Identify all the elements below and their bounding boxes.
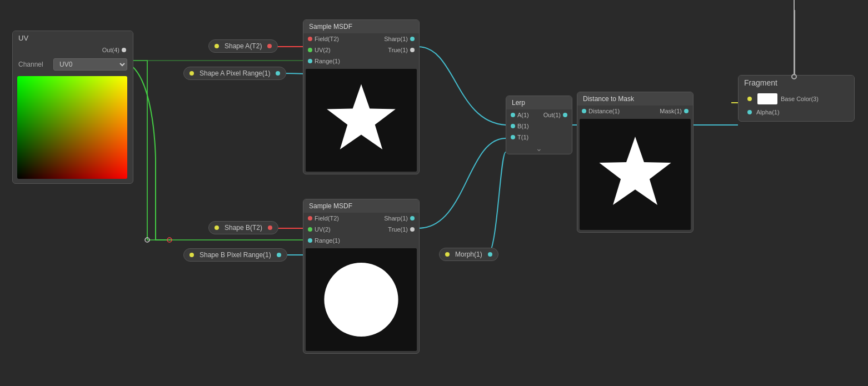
sample-msdf-bottom-header: Sample MSDF	[303, 199, 419, 213]
sample-msdf-top-preview	[306, 69, 417, 172]
sample-msdf-top-title: Sample MSDF	[309, 23, 352, 31]
sample-msdf-bottom-node: Sample MSDF Field(T2) UV(2) Range(1) Sha…	[303, 199, 420, 354]
svg-point-4	[167, 238, 172, 242]
svg-point-3	[145, 238, 149, 242]
morph-label: Morph(1)	[455, 250, 482, 258]
fragment-title: Fragment	[744, 78, 777, 87]
collapse-arrow-icon: ⌄	[536, 144, 542, 153]
fragment-content: Base Color(3) Alpha(1)	[739, 90, 854, 121]
shape-a-node: Shape A(T2)	[208, 39, 278, 53]
sample-msdf-bottom-ports: Field(T2) UV(2) Range(1) Sharp(1) True(1…	[303, 213, 419, 246]
lerp-a-port[interactable]	[511, 113, 515, 117]
shape-b-right-port[interactable]	[268, 225, 272, 230]
range1-port[interactable]	[308, 59, 312, 63]
sharp1-out-port[interactable]	[410, 37, 415, 41]
uv-out-port[interactable]	[122, 48, 126, 52]
channel-select[interactable]: UV0	[53, 58, 127, 71]
true1-out-port[interactable]	[410, 48, 415, 52]
shape-b-pixel-node: Shape B Pixel Range(1)	[183, 248, 287, 262]
sample-msdf-top-ports: Field(T2) UV(2) Range(1) Sharp(1) True(1…	[303, 33, 419, 67]
uv2-port-b[interactable]	[308, 227, 312, 232]
channel-row: Channel UV0	[13, 55, 133, 74]
shape-b-left-port[interactable]	[214, 225, 219, 230]
lerp-b-port[interactable]	[511, 124, 515, 128]
shape-b-pixel-right-port[interactable]	[277, 253, 281, 257]
sample-msdf-bottom-preview	[306, 248, 417, 351]
dtm-mask-port[interactable]	[684, 109, 689, 113]
shape-a-left-port[interactable]	[214, 44, 219, 48]
lerp-node: Lerp A(1) B(1) T(1) Out(1) ⌄	[506, 96, 572, 154]
dtm-distance-port[interactable]	[582, 109, 586, 113]
shape-a-pixel-node: Shape A Pixel Range(1)	[183, 67, 286, 80]
dtm-title: Distance to Mask	[583, 95, 634, 103]
lerp-collapse-btn[interactable]: ⌄	[506, 143, 572, 154]
shape-b-label: Shape B(T2)	[225, 224, 262, 232]
shape-a-pixel-label: Shape A Pixel Range(1)	[199, 69, 270, 77]
base-color-swatch[interactable]	[757, 93, 777, 104]
sample-msdf-top-node: Sample MSDF Field(T2) UV(2) Range(1) Sha…	[303, 19, 420, 174]
dtm-ports: Distance(1) Mask(1)	[577, 106, 693, 117]
lerp-title: Lerp	[512, 99, 525, 107]
uv-out-label: Out(4)	[102, 47, 119, 53]
dtm-header: Distance to Mask	[577, 92, 693, 106]
fragment-alpha-port[interactable]	[747, 110, 752, 114]
channel-label: Channel	[18, 61, 49, 68]
morph-node: Morph(1)	[439, 248, 498, 261]
lerp-t-port[interactable]	[511, 135, 515, 139]
shape-b-pixel-left-port[interactable]	[189, 253, 194, 257]
shape-a-label: Shape A(T2)	[225, 42, 262, 50]
lerp-out-port[interactable]	[563, 113, 567, 117]
shape-b-node: Shape B(T2)	[208, 221, 278, 234]
uv-gradient-preview	[17, 76, 127, 179]
sharp1-out-port-b[interactable]	[410, 216, 415, 220]
shape-a-right-port[interactable]	[267, 44, 272, 48]
shape-a-pixel-left-port[interactable]	[189, 71, 194, 76]
fragment-node: Fragment Base Color(3) Alpha(1)	[738, 75, 855, 122]
lerp-ports: A(1) B(1) T(1) Out(1)	[506, 109, 572, 143]
uv-node: UV Out(4) Channel UV0	[12, 31, 133, 184]
uv-node-header: UV	[13, 31, 133, 45]
range1-port-b[interactable]	[308, 238, 312, 243]
field-t2-port[interactable]	[308, 37, 312, 41]
shape-a-pixel-right-port[interactable]	[276, 71, 280, 76]
dtm-preview	[580, 119, 691, 230]
field-t2-port-b[interactable]	[308, 216, 312, 220]
sample-msdf-top-header: Sample MSDF	[303, 20, 419, 33]
top-right-connector	[791, 74, 797, 79]
lerp-header: Lerp	[506, 96, 572, 109]
morph-left-port[interactable]	[445, 252, 450, 257]
shape-b-pixel-label: Shape B Pixel Range(1)	[199, 251, 271, 259]
uv-title: UV	[18, 34, 28, 42]
fragment-base-color-port[interactable]	[747, 97, 752, 101]
distance-to-mask-node: Distance to Mask Distance(1) Mask(1)	[577, 92, 694, 233]
true1-out-port-b[interactable]	[410, 227, 415, 232]
uv2-port[interactable]	[308, 48, 312, 52]
morph-right-port[interactable]	[488, 252, 492, 257]
top-right-wire	[794, 0, 795, 75]
sample-msdf-bottom-title: Sample MSDF	[309, 202, 352, 210]
